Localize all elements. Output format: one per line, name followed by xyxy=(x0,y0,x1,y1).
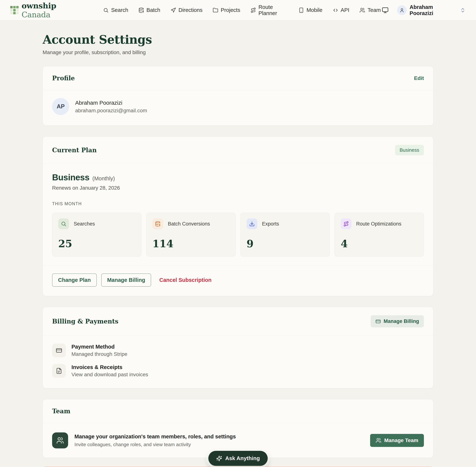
route-icon xyxy=(341,219,352,229)
nav-item-team[interactable]: Team xyxy=(359,7,381,13)
current-plan-card: Current Plan Business Business (Monthly)… xyxy=(43,136,433,296)
nav-label: Batch xyxy=(147,7,160,13)
nav-label: Route Planner xyxy=(258,4,288,16)
usage-stats: Searches 25 Batch Conversions 114 xyxy=(52,213,424,257)
top-navbar: ownship Canada Search Batch Directions P… xyxy=(0,0,476,20)
nav-item-projects[interactable]: Projects xyxy=(213,7,240,13)
invoices-row[interactable]: Invoices & Receipts View and download pa… xyxy=(52,364,424,378)
stat-value: 4 xyxy=(341,238,418,250)
database-zap-icon xyxy=(152,219,163,229)
profile-card: Profile Edit AP Abraham Poorazizi abraha… xyxy=(43,66,433,126)
township-grid-logo-icon xyxy=(10,6,19,14)
stat-card-route-optimizations: Route Optimizations 4 xyxy=(335,213,424,257)
nav-item-search[interactable]: Search xyxy=(103,7,128,13)
users-icon xyxy=(376,438,381,443)
plan-cycle: (Monthly) xyxy=(93,176,115,182)
code-icon xyxy=(333,7,338,13)
database-zap-icon xyxy=(138,7,144,13)
current-plan-heading: Current Plan xyxy=(52,146,96,154)
display-mode-button[interactable] xyxy=(381,6,390,15)
profile-avatar: AP xyxy=(52,98,69,115)
payment-method-row[interactable]: Payment Method Managed through Stripe xyxy=(52,344,424,357)
invoices-subtitle: View and download past invoices xyxy=(71,372,148,377)
user-name: Abraham Poorazizi xyxy=(409,4,457,16)
credit-card-icon xyxy=(52,344,66,357)
profile-name: Abraham Poorazizi xyxy=(75,100,147,106)
route-icon xyxy=(250,7,256,13)
invoices-title: Invoices & Receipts xyxy=(71,364,148,370)
stat-value: 25 xyxy=(58,238,135,250)
user-icon xyxy=(399,8,405,13)
brand-wordmark: ownship Canada xyxy=(22,1,86,19)
nav-label: Search xyxy=(111,7,128,13)
billing-heading: Billing & Payments xyxy=(52,318,118,325)
main-menu: Search Batch Directions Projects Route P… xyxy=(103,4,381,16)
edit-profile-button[interactable]: Edit xyxy=(414,75,424,81)
plan-badge: Business xyxy=(395,145,424,156)
ask-anything-button[interactable]: Ask Anything xyxy=(208,451,268,466)
cancel-subscription-button[interactable]: Cancel Subscription xyxy=(159,277,211,283)
team-card: Team Manage your organization's team mem… xyxy=(43,399,433,458)
stat-value: 114 xyxy=(152,238,230,250)
smartphone-icon xyxy=(299,7,304,13)
team-description-subtitle: Invite colleagues, change roles, and vie… xyxy=(74,442,236,447)
sparkles-icon xyxy=(216,455,222,461)
usage-period-label: THIS MONTH xyxy=(52,201,424,206)
manage-team-button[interactable]: Manage Team xyxy=(370,434,424,447)
payment-method-title: Payment Method xyxy=(71,344,127,350)
profile-heading: Profile xyxy=(52,75,75,82)
stat-card-exports: Exports 9 xyxy=(240,213,330,257)
search-icon xyxy=(103,7,109,13)
manage-billing-button[interactable]: Manage Billing xyxy=(101,273,151,287)
stat-card-searches: Searches 25 xyxy=(52,213,141,257)
file-text-icon xyxy=(52,364,66,378)
chevron-up-down-icon xyxy=(460,7,466,13)
user-avatar xyxy=(397,5,407,15)
billing-manage-button[interactable]: Manage Billing xyxy=(371,315,424,327)
plan-renewal: Renews on January 28, 2026 xyxy=(52,185,424,191)
manage-team-label: Manage Team xyxy=(384,437,418,443)
navigation-icon xyxy=(170,7,176,13)
nav-label: Directions xyxy=(178,7,203,13)
nav-item-batch[interactable]: Batch xyxy=(138,7,160,13)
nav-item-route-planner[interactable]: Route Planner xyxy=(250,4,288,16)
credit-card-icon xyxy=(376,319,381,324)
stat-value: 9 xyxy=(246,238,324,250)
billing-card: Billing & Payments Manage Billing Paymen… xyxy=(43,307,433,388)
change-plan-button[interactable]: Change Plan xyxy=(52,273,97,287)
team-description-title: Manage your organization's team members,… xyxy=(74,434,236,440)
stat-label: Searches xyxy=(74,221,95,227)
plan-name: Business xyxy=(52,172,90,182)
nav-label: Team xyxy=(367,7,381,13)
users-icon xyxy=(52,432,68,448)
user-menu[interactable]: Abraham Poorazizi xyxy=(397,4,466,16)
nav-label: API xyxy=(341,7,350,13)
folder-icon xyxy=(213,7,218,13)
profile-email: abraham.poorazizi@gmail.com xyxy=(75,108,147,114)
nav-item-api[interactable]: API xyxy=(333,7,350,13)
monitor-icon xyxy=(382,7,389,13)
users-icon xyxy=(359,7,365,13)
stat-label: Route Optimizations xyxy=(356,221,401,227)
brand-logo[interactable]: ownship Canada xyxy=(10,1,86,19)
ask-anything-label: Ask Anything xyxy=(225,455,260,461)
page-title: Account Settings xyxy=(43,33,433,46)
nav-label: Projects xyxy=(221,7,240,13)
stat-card-batch-conversions: Batch Conversions 114 xyxy=(146,213,236,257)
stat-label: Batch Conversions xyxy=(168,221,210,227)
billing-manage-label: Manage Billing xyxy=(383,318,419,324)
main-content: Account Settings Manage your profile, su… xyxy=(43,20,433,467)
team-heading: Team xyxy=(52,407,70,415)
nav-label: Mobile xyxy=(306,7,322,13)
nav-item-directions[interactable]: Directions xyxy=(170,7,203,13)
payment-method-subtitle: Managed through Stripe xyxy=(71,351,127,357)
page-subtitle: Manage your profile, subscription, and b… xyxy=(43,50,433,55)
stat-label: Exports xyxy=(262,221,279,227)
download-icon xyxy=(246,219,257,229)
search-icon xyxy=(58,219,69,229)
nav-item-mobile[interactable]: Mobile xyxy=(299,7,322,13)
